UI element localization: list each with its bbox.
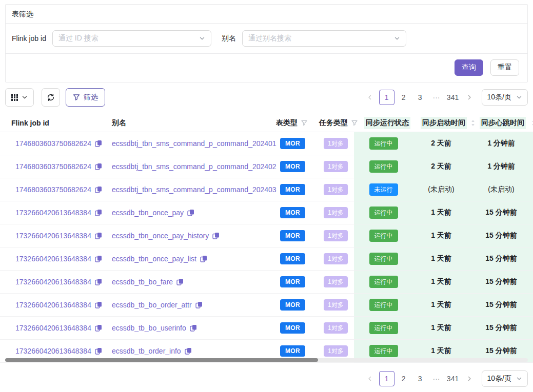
alias-link[interactable]: ecssdb_tb_bo_order_attr: [112, 301, 192, 309]
flink-job-id-link[interactable]: 1732660420613648384: [15, 347, 91, 355]
cell-start-time: 1 天前: [413, 247, 469, 270]
flink-job-id-select[interactable]: 通过 ID 搜索: [52, 30, 211, 47]
alias-link[interactable]: ecssdb_tbn_once_pay: [112, 209, 184, 217]
cell-start-time: 1 天前: [413, 294, 469, 316]
page-button[interactable]: 341: [446, 372, 460, 386]
alias-link[interactable]: ecssdbtj_tbn_sms_command_p_command_20240…: [112, 185, 277, 194]
filter-icon: [73, 94, 80, 101]
status-badge: 运行中: [369, 137, 398, 150]
prev-page-button[interactable]: [363, 372, 377, 386]
start-time-value: (未启动): [428, 185, 454, 194]
cell-sync-status: 运行中: [354, 201, 413, 224]
flink-job-id-link[interactable]: 1732660420613648384: [15, 209, 91, 217]
alias-link[interactable]: ecssdb_tb_order_info: [112, 347, 181, 355]
query-button[interactable]: 查询: [455, 59, 483, 76]
heartbeat-time-value: 1 分钟前: [487, 162, 515, 171]
copy-icon[interactable]: [95, 324, 102, 332]
page-button[interactable]: 341: [446, 90, 460, 105]
flink-job-id-link[interactable]: 1732660420613648384: [15, 301, 91, 309]
page-size-select[interactable]: 10条/页: [482, 370, 528, 387]
flink-job-id-link[interactable]: 1746803603750682624: [15, 185, 91, 194]
page-size-select[interactable]: 10条/页: [482, 89, 528, 106]
copy-icon[interactable]: [195, 301, 203, 308]
start-time-value: 1 天前: [431, 254, 451, 263]
cell-table-type: MOR: [267, 178, 310, 201]
cell-alias: ecssdbtj_tbn_sms_command_p_command_20240…: [103, 132, 267, 155]
next-page-button[interactable]: [462, 90, 477, 105]
copy-icon[interactable]: [200, 255, 207, 262]
page-button[interactable]: 2: [397, 90, 411, 105]
alias-select[interactable]: 通过别名搜索: [242, 30, 406, 47]
heartbeat-time-value: 15 分钟前: [485, 300, 517, 310]
flink-job-id-link[interactable]: 1746803603750682624: [15, 139, 91, 148]
copy-icon[interactable]: [95, 163, 102, 170]
cell-task-type: 1对多: [310, 224, 354, 247]
copy-icon[interactable]: [95, 140, 102, 147]
table-row: 1732660420613648384ecssdb_tbn_once_pay_l…: [0, 247, 533, 271]
horizontal-scrollbar[interactable]: [5, 358, 528, 362]
scrollbar-thumb[interactable]: [5, 358, 318, 362]
copy-icon[interactable]: [95, 347, 102, 355]
columns-button[interactable]: [5, 88, 34, 107]
table-row: 1746803603750682624ecssdbtj_tbn_sms_comm…: [0, 178, 533, 201]
filter-icon[interactable]: [301, 120, 307, 126]
table-type-badge: MOR: [280, 253, 305, 264]
cell-table-type: MOR: [267, 224, 310, 247]
refresh-button[interactable]: [42, 88, 60, 107]
flink-job-id-link[interactable]: 1732660420613648384: [15, 278, 91, 286]
copy-icon[interactable]: [95, 301, 102, 308]
cell-alias: ecssdb_tb_bo_fare: [103, 271, 267, 293]
copy-icon[interactable]: [95, 209, 102, 216]
page-button[interactable]: 2: [397, 372, 411, 386]
cell-heartbeat-time: (未启动): [469, 178, 533, 201]
cell-sync-status: 运行中: [354, 294, 413, 316]
copy-icon[interactable]: [187, 209, 194, 216]
flink-job-id-link[interactable]: 1732660420613648384: [15, 255, 91, 263]
table-type-badge: MOR: [280, 276, 305, 287]
cell-task-type: 1对多: [310, 178, 354, 201]
cell-sync-status: 未运行: [354, 178, 413, 201]
status-badge: 运行中: [369, 207, 398, 219]
cell-alias: ecssdb_tb_bo_order_attr: [103, 294, 267, 316]
flink-job-id-link[interactable]: 1732660420613648384: [15, 324, 91, 332]
table-type-badge: MOR: [280, 161, 305, 172]
copy-icon[interactable]: [185, 347, 192, 355]
table-row: 1732660420613648384ecssdb_tbn_once_pay_h…: [0, 224, 533, 247]
copy-icon[interactable]: [176, 278, 184, 285]
pagination-bottom: 123···34110条/页: [363, 370, 528, 387]
flink-job-id-link[interactable]: 1746803603750682624: [15, 162, 91, 171]
cell-heartbeat-time: 1 分钟前: [469, 132, 533, 155]
status-badge: 未运行: [369, 183, 398, 196]
reset-button[interactable]: 重置: [490, 59, 519, 76]
page-button[interactable]: 3: [413, 90, 427, 105]
alias-link[interactable]: ecssdbtj_tbn_sms_command_p_command_20240…: [112, 162, 277, 171]
table-row: 1732660420613648384ecssdb_tb_bo_userinfo…: [0, 317, 533, 340]
cell-start-time: 1 天前: [413, 224, 469, 247]
prev-page-button[interactable]: [363, 90, 377, 105]
copy-icon[interactable]: [95, 255, 102, 262]
header-cell-label: 同步启动时间: [421, 117, 467, 129]
header-cell-label: 同步运行状态: [364, 117, 410, 129]
next-page-button[interactable]: [462, 372, 477, 386]
alias-link[interactable]: ecssdb_tb_bo_fare: [112, 278, 173, 286]
alias-link[interactable]: ecssdbtj_tbn_sms_command_p_command_20240…: [112, 139, 277, 148]
copy-icon[interactable]: [95, 278, 102, 285]
copy-icon[interactable]: [212, 232, 220, 239]
alias-link[interactable]: ecssdb_tbn_once_pay_history: [112, 232, 209, 240]
page-button[interactable]: 1: [379, 90, 394, 105]
copy-icon[interactable]: [95, 232, 102, 239]
filter-toggle-button[interactable]: 筛选: [66, 88, 105, 107]
page-button[interactable]: 1: [379, 371, 394, 386]
chevron-left-icon: [367, 376, 373, 382]
flink-job-id-link[interactable]: 1732660420613648384: [15, 232, 91, 240]
heartbeat-time-value: (未启动): [488, 185, 514, 194]
page-button[interactable]: 3: [413, 372, 427, 386]
table-row: 1732660420613648384ecssdb_tb_bo_order_at…: [0, 294, 533, 317]
cell-flink-job-id: 1732660420613648384: [0, 271, 103, 293]
cell-alias: ecssdb_tbn_once_pay: [103, 201, 267, 224]
alias-link[interactable]: ecssdb_tbn_once_pay_list: [112, 255, 196, 263]
sorter-icon[interactable]: [531, 119, 533, 127]
alias-link[interactable]: ecssdb_tb_bo_userinfo: [112, 324, 186, 332]
copy-icon[interactable]: [95, 186, 102, 193]
copy-icon[interactable]: [190, 324, 197, 332]
